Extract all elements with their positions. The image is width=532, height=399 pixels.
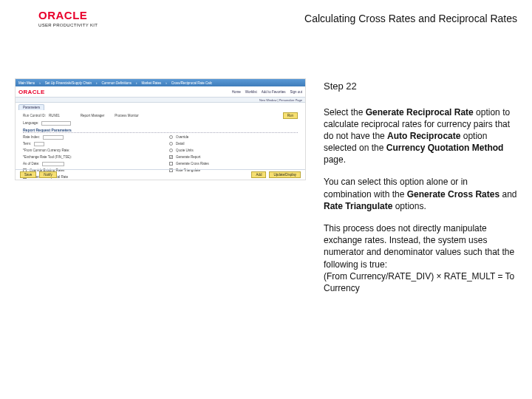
- radio-detail[interactable]: [169, 142, 173, 146]
- label-generate-cross-rates: Generate Cross Rates: [176, 162, 209, 166]
- instruction-panel: Step 22 Select the Generate Reciprocal R…: [324, 78, 517, 304]
- instruction-formula: (From Currency/RATE_DIV) × RATE_MULT = T…: [324, 271, 514, 293]
- run-button[interactable]: Run: [283, 112, 298, 119]
- page-title: Calculating Cross Rates and Reciprocal R…: [304, 13, 517, 24]
- label-exchange-tool: *Exchange Rate Tool (FIN_TSE):: [23, 155, 72, 159]
- radio-quote-units[interactable]: [169, 149, 173, 152]
- label-run-control: Run Control ID:: [23, 114, 46, 117]
- app-header-bar: ORACLE Home Worklist Add to Favorites Si…: [16, 86, 305, 97]
- label-from-currency: *From Common Currency Rate:: [23, 149, 69, 152]
- label-override: Override: [176, 135, 188, 139]
- link-process-monitor[interactable]: Process Monitor: [115, 114, 139, 117]
- app-subheader: New Window | Personalize Page: [16, 97, 305, 103]
- input-as-of-date[interactable]: [42, 162, 64, 166]
- breadcrumb-item: Set Up Financials/Supply Chain: [45, 81, 92, 85]
- label-quote-units: Quote Units: [176, 149, 194, 152]
- app-bottom-toolbar: Save Notify Add Update/Display: [16, 169, 305, 180]
- instruction-paragraph-3: This process does not directly manipulat…: [324, 222, 517, 294]
- instruction-paragraph-1: Select the Generate Reciprocal Rate opti…: [324, 106, 517, 166]
- label-language: Language:: [23, 121, 38, 125]
- subheader-links[interactable]: New Window | Personalize Page: [259, 98, 302, 102]
- value-run-control: RUN01: [49, 114, 60, 117]
- section-report-params: Report Request Parameters: [23, 128, 298, 133]
- breadcrumb-item: Market Rates: [142, 81, 162, 85]
- breadcrumb-item: Main Menu: [18, 81, 35, 85]
- notify-button[interactable]: Notify: [39, 171, 57, 178]
- tab-parameters[interactable]: Parameters: [18, 104, 44, 110]
- label-as-of-date: As of Date:: [23, 162, 39, 166]
- label-detail: Detail: [176, 142, 185, 146]
- update-display-button[interactable]: Update/Display: [269, 171, 301, 178]
- save-button[interactable]: Save: [20, 171, 36, 178]
- embedded-app-screenshot: Main Menu › Set Up Financials/Supply Cha…: [15, 78, 306, 180]
- app-oracle-logo: ORACLE: [18, 89, 45, 95]
- label-term: Term:: [23, 142, 31, 146]
- oracle-wordmark: ORACLE: [38, 9, 87, 21]
- input-rate-index[interactable]: [43, 135, 64, 140]
- add-button[interactable]: Add: [251, 171, 266, 178]
- input-term[interactable]: [34, 142, 44, 146]
- breadcrumb-item: Common Definitions: [102, 81, 132, 85]
- checkbox-generate-cross-rates[interactable]: [169, 162, 173, 166]
- language-select[interactable]: [41, 121, 71, 126]
- radio-override[interactable]: [169, 135, 173, 139]
- nav-link[interactable]: Sign out: [290, 90, 302, 94]
- instruction-paragraph-2: You can select this option alone or in c…: [324, 176, 517, 212]
- breadcrumb-item: Cross/Reciprocal Rate Calc: [171, 81, 212, 85]
- brand-logo: ORACLE USER PRODUCTIVITY KIT: [38, 9, 98, 27]
- label-generate-report: Generate Report: [176, 155, 201, 159]
- nav-link[interactable]: Add to Favorites: [262, 90, 286, 94]
- oracle-subtitle: USER PRODUCTIVITY KIT: [38, 23, 98, 27]
- link-report-manager[interactable]: Report Manager: [81, 114, 105, 117]
- nav-link[interactable]: Home: [232, 90, 241, 94]
- nav-link[interactable]: Worklist: [245, 90, 257, 94]
- step-label: Step 22: [324, 80, 517, 93]
- checkbox-generate-report[interactable]: [169, 155, 173, 159]
- app-breadcrumb-bar: Main Menu › Set Up Financials/Supply Cha…: [16, 79, 305, 86]
- label-rate-index: Rate Index:: [23, 135, 40, 139]
